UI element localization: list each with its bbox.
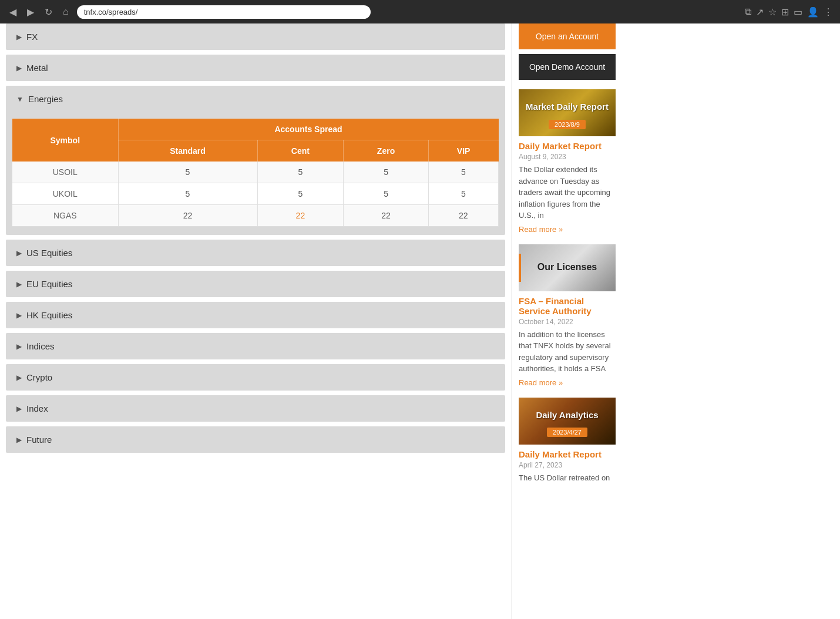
td-usoil-standard: 5 <box>118 162 257 183</box>
accordion-hk-equities-arrow: ▶ <box>16 311 22 319</box>
card-img-market-report-title: Market Daily Report <box>521 96 613 117</box>
td-ngas-vip: 22 <box>428 205 498 227</box>
accordion-metal-label: Metal <box>26 63 48 73</box>
accordion-fx: ▶ FX <box>6 23 505 50</box>
address-bar[interactable]: tnfx.co/spreads/ <box>77 5 371 19</box>
accordion-eu-equities-header[interactable]: ▶ EU Equities <box>6 271 505 297</box>
card-market-report-excerpt: The Dollar extended its advance on Tuesd… <box>519 164 616 221</box>
td-ukoil-zero: 5 <box>344 183 428 205</box>
accordion-indices: ▶ Indices <box>6 333 505 359</box>
back-button[interactable]: ◀ <box>7 4 19 20</box>
card-img-licenses-title: Our Licenses <box>533 257 602 278</box>
browser-chrome: ◀ ▶ ↻ ⌂ tnfx.co/spreads/ ⧉ ↗ ☆ ⊞ ▭ 👤 ⋮ <box>0 0 840 23</box>
sidebar-card-licenses: Our Licenses FSA – Financial Service Aut… <box>519 244 616 387</box>
open-demo-account-button[interactable]: Open Demo Account <box>519 54 616 80</box>
spread-table-wrapper: Symbol Accounts Spread Standard Cent Zer… <box>12 118 499 227</box>
td-usoil-symbol: USOIL <box>12 162 118 183</box>
accordion-index-label: Index <box>26 403 48 413</box>
accordion-index-header[interactable]: ▶ Index <box>6 395 505 422</box>
sidebar-card-analytics: Daily Analytics 2023/4/27 Daily Market R… <box>519 398 616 484</box>
accordion-indices-label: Indices <box>26 341 55 351</box>
accordion-index-arrow: ▶ <box>16 405 22 413</box>
card-analytics-title[interactable]: Daily Market Report <box>519 449 616 459</box>
card-licenses-title[interactable]: FSA – Financial Service Authority <box>519 296 616 316</box>
forward-button[interactable]: ▶ <box>25 4 36 20</box>
accordion-index: ▶ Index <box>6 395 505 422</box>
accordion-hk-equities-label: HK Equities <box>26 310 72 320</box>
spread-table: Symbol Accounts Spread Standard Cent Zer… <box>12 119 499 226</box>
page-layout: ▶ FX ▶ Metal ▼ Energies <box>0 23 840 619</box>
card-licenses-date: October 14, 2022 <box>519 318 616 326</box>
card-analytics-date: April 27, 2023 <box>519 461 616 469</box>
accordion-us-equities: ▶ US Equities <box>6 240 505 266</box>
th-standard: Standard <box>118 140 257 162</box>
th-accounts-spread: Accounts Spread <box>118 119 499 140</box>
accordion-energies-label: Energies <box>28 94 63 104</box>
td-ukoil-symbol: UKOIL <box>12 183 118 205</box>
td-ngas-standard: 22 <box>118 205 257 227</box>
profile-icon[interactable]: 👤 <box>807 6 819 18</box>
accordion-fx-header[interactable]: ▶ FX <box>6 23 505 50</box>
bookmark-icon[interactable]: ☆ <box>768 6 777 18</box>
accordion-hk-equities: ▶ HK Equities <box>6 302 505 328</box>
share-icon[interactable]: ↗ <box>756 6 764 18</box>
home-button[interactable]: ⌂ <box>61 4 71 19</box>
accordion-hk-equities-header[interactable]: ▶ HK Equities <box>6 302 505 328</box>
td-ngas-cent[interactable]: 22 <box>257 205 344 227</box>
card-analytics-excerpt: The US Dollar retreated on <box>519 472 616 484</box>
accordion-future-arrow: ▶ <box>16 436 22 444</box>
open-account-button[interactable]: Open an Account <box>519 23 616 49</box>
card-market-report-read-more[interactable]: Read more » <box>519 225 563 234</box>
layout-icon[interactable]: ▭ <box>794 6 802 18</box>
accordion-future-header[interactable]: ▶ Future <box>6 426 505 453</box>
card-img-market-report-date: 2023/8/9 <box>549 120 586 129</box>
accordion-eu-equities-label: EU Equities <box>26 279 72 289</box>
th-cent: Cent <box>257 140 344 162</box>
accordion-energies-arrow: ▼ <box>16 95 23 103</box>
accordion-us-equities-label: US Equities <box>26 248 72 258</box>
puzzle-icon[interactable]: ⊞ <box>781 6 789 18</box>
accordion-future-label: Future <box>26 435 52 445</box>
reload-button[interactable]: ↻ <box>42 4 55 20</box>
sidebar-card-analytics-image[interactable]: Daily Analytics 2023/4/27 <box>519 398 616 445</box>
td-usoil-zero: 5 <box>344 162 428 183</box>
accordion-indices-header[interactable]: ▶ Indices <box>6 333 505 359</box>
card-licenses-excerpt: In addition to the licenses that TNFX ho… <box>519 329 616 375</box>
accordion-eu-equities: ▶ EU Equities <box>6 271 505 297</box>
accordion-fx-arrow: ▶ <box>16 33 22 41</box>
th-vip: VIP <box>428 140 498 162</box>
menu-icon[interactable]: ⋮ <box>824 6 833 18</box>
accordion-energies: ▼ Energies Symbol Accounts Spread Standa… <box>6 86 505 235</box>
accordion-indices-arrow: ▶ <box>16 342 22 351</box>
table-row: NGAS 22 22 22 22 <box>12 205 499 227</box>
card-licenses-read-more[interactable]: Read more » <box>519 378 563 387</box>
accordion-us-equities-header[interactable]: ▶ US Equities <box>6 240 505 266</box>
accordion-fx-label: FX <box>26 32 38 42</box>
card-market-report-title[interactable]: Daily Market Report <box>519 141 616 151</box>
accordion-crypto-arrow: ▶ <box>16 374 22 382</box>
sidebar-card-market-report-image[interactable]: Market Daily Report 2023/8/9 <box>519 89 616 136</box>
td-ukoil-vip: 5 <box>428 183 498 205</box>
accordion-metal-header[interactable]: ▶ Metal <box>6 55 505 81</box>
sidebar-card-licenses-image[interactable]: Our Licenses <box>519 244 616 291</box>
accordion-metal-arrow: ▶ <box>16 64 22 72</box>
accordion-eu-equities-arrow: ▶ <box>16 280 22 288</box>
table-row: UKOIL 5 5 5 5 <box>12 183 499 205</box>
extensions-icon[interactable]: ⧉ <box>745 6 751 17</box>
sidebar-card-market-report: Market Daily Report 2023/8/9 Daily Marke… <box>519 89 616 234</box>
td-ngas-symbol: NGAS <box>12 205 118 227</box>
accordion-crypto-label: Crypto <box>26 372 52 382</box>
accordion-crypto: ▶ Crypto <box>6 364 505 391</box>
accordion-future: ▶ Future <box>6 426 505 453</box>
td-ukoil-cent: 5 <box>257 183 344 205</box>
sidebar: Open an Account Open Demo Account Market… <box>511 23 623 619</box>
card-img-analytics-title: Daily Analytics <box>531 405 603 426</box>
td-ukoil-standard: 5 <box>118 183 257 205</box>
accordion-us-equities-arrow: ▶ <box>16 249 22 257</box>
main-content: ▶ FX ▶ Metal ▼ Energies <box>0 23 511 619</box>
td-ngas-zero: 22 <box>344 205 428 227</box>
accordion-crypto-header[interactable]: ▶ Crypto <box>6 364 505 391</box>
th-symbol: Symbol <box>12 119 118 162</box>
accordion-energies-header[interactable]: ▼ Energies <box>6 86 505 112</box>
card-img-analytics-date: 2023/4/27 <box>547 428 587 437</box>
